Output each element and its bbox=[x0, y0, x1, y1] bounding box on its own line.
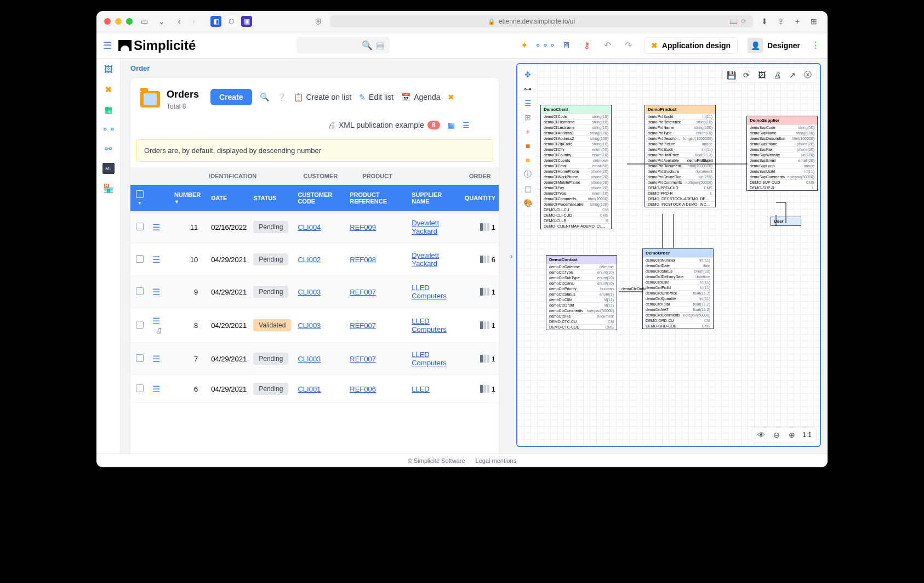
customer-code-link[interactable]: CLI002 bbox=[298, 256, 321, 264]
product-ref-link[interactable]: REF007 bbox=[350, 288, 376, 296]
customer-code-link[interactable]: CLI003 bbox=[298, 355, 321, 363]
print-icon[interactable]: 🖨 bbox=[772, 70, 782, 80]
application-design-button[interactable]: ✖ Application design bbox=[644, 37, 738, 54]
add-tool-icon[interactable]: + bbox=[523, 127, 533, 137]
supplier-name-link[interactable]: LLED Computers bbox=[412, 317, 447, 333]
minimize-window-button[interactable] bbox=[115, 18, 122, 25]
bookmark-icon-2[interactable]: ⬡ bbox=[226, 16, 237, 27]
close-diagram-icon[interactable]: ⓧ bbox=[803, 70, 813, 80]
forward-button[interactable]: › bbox=[187, 15, 199, 27]
product-ref-link[interactable]: REF009 bbox=[350, 223, 376, 231]
external-icon[interactable]: ↗ bbox=[788, 70, 797, 80]
select-all-checkbox[interactable] bbox=[136, 190, 144, 198]
table-row[interactable]: ☰🖨 8 04/29/2021 Validated CLI003 REF007 … bbox=[130, 308, 499, 343]
user-menu-button[interactable]: 👤 Designer bbox=[748, 38, 800, 53]
help-icon[interactable]: ❔ bbox=[277, 93, 286, 101]
shield-icon[interactable]: ⛨ bbox=[312, 15, 324, 27]
supplier-name-link[interactable]: LLED Computers bbox=[412, 284, 447, 300]
sidebar-toggle-icon[interactable]: ▭ bbox=[138, 15, 150, 27]
product-ref-link[interactable]: REF007 bbox=[350, 355, 376, 363]
col-quantity[interactable]: QUANTITY bbox=[461, 185, 499, 211]
share-icon[interactable]: ⇪ bbox=[775, 15, 787, 27]
dropdown-icon[interactable]: ⌄ bbox=[156, 15, 168, 27]
customer-code-link[interactable]: CLI003 bbox=[298, 321, 321, 330]
square-yellow-icon[interactable]: ■ bbox=[523, 155, 533, 165]
close-window-button[interactable] bbox=[104, 18, 111, 25]
zoom-out-icon[interactable]: ⊖ bbox=[772, 430, 782, 440]
entity-demoproduct[interactable]: DemoProductdemoPrdSupIdid(11)demoPrdRefe… bbox=[644, 105, 716, 207]
product-ref-link[interactable]: REF007 bbox=[350, 321, 376, 330]
url-bar[interactable]: 🔒 etienne.dev.simplicite.io/ui 📖 ⟳ bbox=[330, 15, 753, 27]
diagram-canvas[interactable]: demoPrdSupId demoCtcOrdId DemoClientdemo… bbox=[517, 64, 820, 446]
table-row[interactable]: ☰ 9 04/29/2021 Pending CLI003 REF007 LLE… bbox=[130, 276, 499, 308]
breadcrumb[interactable]: Order bbox=[121, 59, 509, 78]
info-icon[interactable]: ⓘ bbox=[523, 169, 533, 179]
col-status[interactable]: STATUS bbox=[250, 185, 294, 211]
image-export-icon[interactable]: 🖼 bbox=[757, 70, 767, 80]
undo-icon[interactable]: ↶ bbox=[602, 40, 613, 51]
bookmark-icon-3[interactable]: ▣ bbox=[241, 16, 252, 27]
product-ref-link[interactable]: REF006 bbox=[350, 385, 376, 393]
row-menu-icon[interactable]: ☰ bbox=[152, 316, 160, 326]
product-ref-link[interactable]: REF008 bbox=[350, 256, 376, 264]
col-number[interactable]: NUMBER ▼ bbox=[171, 185, 208, 211]
sidebar-store-icon[interactable]: 🏪 bbox=[103, 183, 114, 194]
row-menu-icon[interactable]: ☰ bbox=[152, 223, 160, 232]
entity-user[interactable]: User bbox=[771, 217, 801, 226]
list-menu-icon[interactable]: ☰ bbox=[463, 121, 470, 129]
hierarchy-icon[interactable]: ⚬⚬⚬ bbox=[540, 40, 551, 51]
format-icon[interactable]: ▤ bbox=[523, 184, 533, 194]
new-tab-icon[interactable]: + bbox=[791, 15, 803, 27]
row-menu-icon[interactable]: ☰ bbox=[152, 354, 160, 364]
move-tool-icon[interactable]: ✥ bbox=[523, 70, 533, 80]
menu-toggle-button[interactable]: ☰ bbox=[103, 39, 112, 52]
panel-resize-handle[interactable]: › bbox=[509, 59, 514, 454]
entity-democlient[interactable]: DemoClientdemoCliCodestring(10)demoCliFi… bbox=[540, 105, 612, 229]
grid-tool-icon[interactable]: ⊞ bbox=[523, 112, 533, 122]
logo[interactable]: Simplicité bbox=[118, 38, 196, 53]
palette-icon[interactable]: 🎨 bbox=[523, 198, 533, 208]
agenda-button[interactable]: 📅Agenda bbox=[401, 93, 440, 101]
print-row-icon[interactable]: 🖨 bbox=[156, 326, 163, 335]
table-row[interactable]: ☰ 7 04/29/2021 Pending CLI003 REF007 LLE… bbox=[130, 343, 499, 375]
supplier-name-link[interactable]: LLED Computers bbox=[412, 350, 447, 367]
sidebar-tools-icon[interactable]: ✖ bbox=[103, 84, 114, 95]
table-row[interactable]: ☰ 11 02/16/2022 Pending CLI004 REF009 Dy… bbox=[130, 211, 499, 244]
table-row[interactable]: ☰ 6 04/29/2021 Pending CLI001 REF006 LLE… bbox=[130, 375, 499, 403]
entity-demoorder[interactable]: DemoOrderdemoOrdNumberint(11)demoOrdDate… bbox=[642, 248, 714, 329]
row-checkbox[interactable] bbox=[136, 255, 144, 263]
row-menu-icon[interactable]: ☰ bbox=[152, 255, 160, 264]
supplier-name-link[interactable]: Dyewlett Yackard bbox=[412, 219, 439, 235]
sidebar-tree-icon[interactable]: ⚯ bbox=[103, 143, 114, 154]
sidebar-markdown-icon[interactable]: M↓ bbox=[102, 163, 115, 174]
customer-code-link[interactable]: CLI001 bbox=[298, 385, 321, 393]
back-button[interactable]: ‹ bbox=[173, 15, 185, 27]
row-checkbox[interactable] bbox=[136, 321, 144, 329]
edit-list-button[interactable]: ✎Edit list bbox=[359, 93, 393, 101]
supplier-name-link[interactable]: Dyewlett Yackard bbox=[412, 251, 439, 268]
entity-democontact[interactable]: DemoContactdemoCtcDatetimedatetimedemoCt… bbox=[546, 255, 617, 330]
share-nodes-icon[interactable]: ⚷ bbox=[581, 40, 592, 51]
row-checkbox[interactable] bbox=[136, 354, 144, 362]
search-action-icon[interactable]: 🔍 bbox=[260, 93, 269, 101]
row-checkbox[interactable] bbox=[136, 223, 144, 230]
col-customer-code[interactable]: CUSTOMER CODE bbox=[294, 185, 346, 211]
download-icon[interactable]: ⬇ bbox=[758, 15, 771, 27]
row-checkbox[interactable] bbox=[136, 287, 144, 295]
link-tool-icon[interactable]: ⊶ bbox=[523, 84, 533, 94]
maximize-window-button[interactable] bbox=[126, 18, 133, 25]
list-tool-icon[interactable]: ☰ bbox=[523, 98, 533, 108]
search-input[interactable]: 🔍 ▤ bbox=[296, 37, 390, 54]
refresh-icon[interactable]: ⟳ bbox=[741, 18, 746, 25]
filter-icon[interactable]: ✦ bbox=[519, 40, 530, 51]
columns-icon[interactable]: ▦ bbox=[448, 121, 455, 129]
xml-publication-button[interactable]: 🖨XML publication example8 bbox=[328, 121, 440, 129]
bookmark-icon-1[interactable]: ◧ bbox=[210, 16, 221, 27]
refresh-diagram-icon[interactable]: ⟳ bbox=[742, 70, 751, 80]
table-row[interactable]: ☰ 10 04/29/2021 Pending CLI002 REF008 Dy… bbox=[130, 244, 499, 276]
eye-icon[interactable]: 👁 bbox=[756, 430, 766, 440]
entity-demosupplier[interactable]: DemoSupplierdemoSupCodestring(50)demoSup… bbox=[746, 116, 818, 191]
tabs-icon[interactable]: ⊞ bbox=[808, 15, 820, 27]
redo-icon[interactable]: ↷ bbox=[623, 40, 634, 51]
reader-icon[interactable]: 📖 bbox=[729, 18, 738, 25]
